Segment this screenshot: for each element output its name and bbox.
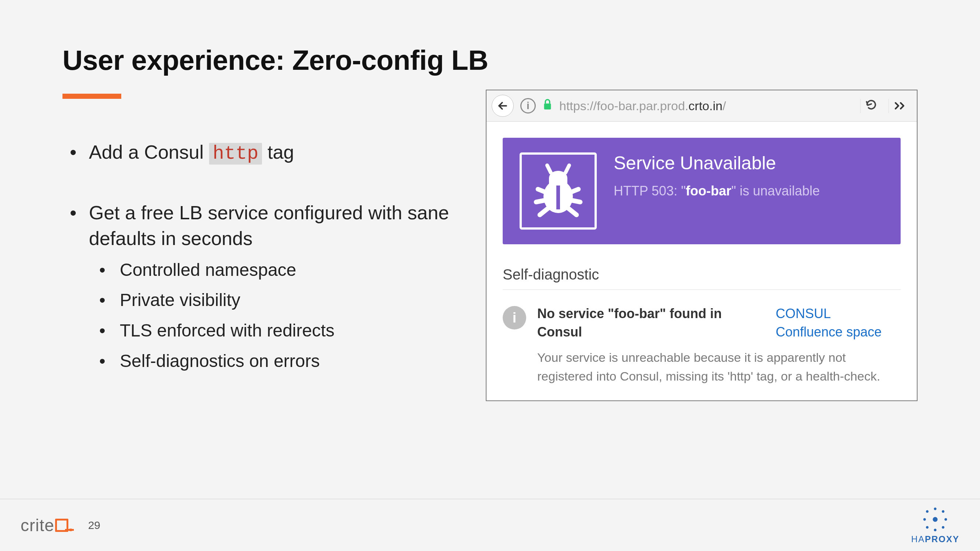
diag-link[interactable]: CONSUL Confluence space (776, 305, 900, 341)
banner-title: Service Unavailable (614, 152, 820, 174)
browser-window: i https://foo-bar.par.prod.crto.in/ (486, 90, 918, 401)
error-banner: Service Unavailable HTTP 503: "foo-bar" … (503, 138, 900, 244)
haproxy-text: HAPROXY (911, 534, 959, 545)
svg-line-6 (536, 200, 545, 202)
url-host: crto.in (689, 99, 723, 113)
criteo-text: crite (21, 516, 54, 535)
bullet-text: Get a free LB service configured with sa… (89, 202, 449, 249)
right-column: i https://foo-bar.par.prod.crto.in/ (486, 139, 918, 451)
code-tag: http (209, 143, 262, 165)
url-part: / (722, 99, 726, 113)
svg-line-9 (567, 208, 576, 215)
back-button[interactable] (492, 95, 514, 117)
info-icon: i (503, 306, 526, 330)
diag-description: Your service is unreachable because it i… (537, 348, 900, 386)
chevrons-right-icon (894, 102, 907, 110)
bullet-item: Get a free LB service configured with sa… (62, 200, 464, 373)
haproxy-proxy: PROXY (925, 534, 959, 544)
site-info-icon[interactable]: i (520, 98, 536, 113)
svg-line-11 (565, 165, 569, 173)
banner-subtitle: HTTP 503: "foo-bar" is unavailable (614, 181, 820, 201)
address-bar: i https://foo-bar.par.prod.crto.in/ (487, 91, 917, 122)
footer: crite. 29 HAPROXY (0, 499, 980, 551)
arrow-left-icon (497, 100, 508, 111)
bullet-item: Add a Consul http tag (62, 139, 464, 167)
bullet-text: Add a Consul (89, 141, 209, 163)
overflow-button[interactable] (888, 99, 912, 113)
criteo-logo: crite. (21, 515, 73, 535)
footer-left: crite. 29 (21, 515, 100, 535)
banner-sub-bold: foo-bar (686, 183, 731, 198)
svg-line-8 (540, 208, 549, 215)
lock-icon (542, 98, 553, 113)
sub-list: Controlled namespace Private visibility … (89, 258, 464, 373)
sub-item: Self-diagnostics on errors (89, 349, 464, 373)
page-number: 29 (88, 519, 100, 532)
slide: User experience: Zero-config LB Add a Co… (0, 0, 980, 551)
diag-row: No service "foo-bar" found in Consul CON… (537, 305, 900, 341)
accent-rule (62, 94, 121, 99)
bullet-text: tag (262, 141, 294, 163)
svg-rect-3 (556, 186, 560, 210)
reload-button[interactable] (860, 99, 882, 113)
svg-line-7 (571, 200, 580, 202)
sub-item: Private visibility (89, 288, 464, 312)
haproxy-logo: HAPROXY (911, 506, 959, 545)
haproxy-mark-icon (922, 506, 948, 533)
diag-body: i No service "foo-bar" found in Consul C… (503, 305, 900, 386)
left-column: Add a Consul http tag Get a free LB serv… (62, 139, 464, 451)
svg-line-10 (547, 165, 551, 173)
slide-title: User experience: Zero-config LB (62, 44, 918, 76)
diag-main: No service "foo-bar" found in Consul CON… (537, 305, 900, 386)
bug-icon (520, 152, 597, 230)
diag-section-title: Self-diagnostic (503, 266, 900, 290)
svg-rect-1 (544, 103, 551, 110)
criteo-dot: . (68, 516, 73, 535)
url-display[interactable]: https://foo-bar.par.prod.crto.in/ (559, 99, 854, 113)
banner-text: Service Unavailable HTTP 503: "foo-bar" … (614, 152, 820, 201)
reload-icon (866, 99, 877, 110)
sub-item: TLS enforced with redirects (89, 319, 464, 343)
bullet-list: Add a Consul http tag Get a free LB serv… (62, 139, 464, 373)
columns: Add a Consul http tag Get a free LB serv… (62, 139, 918, 451)
banner-sub-part: HTTP 503: " (614, 183, 686, 198)
haproxy-ha: HA (911, 534, 925, 544)
page-body: Service Unavailable HTTP 503: "foo-bar" … (487, 122, 917, 400)
sub-item: Controlled namespace (89, 258, 464, 282)
banner-sub-part: " is unavailable (731, 183, 820, 198)
criteo-o-icon (55, 519, 68, 532)
diag-headline: No service "foo-bar" found in Consul (537, 305, 765, 341)
url-part: https://foo-bar.par.prod. (559, 99, 689, 113)
